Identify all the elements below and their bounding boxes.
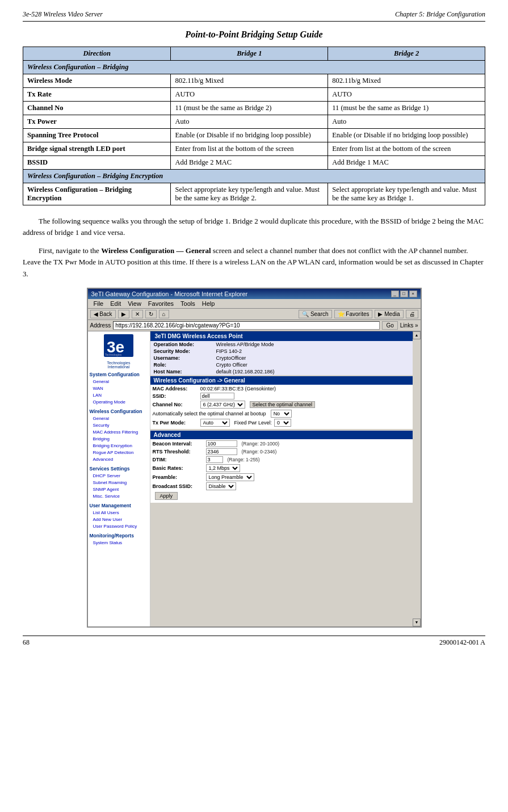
body-paragraph-1: The following sequence walks you through…: [23, 216, 485, 238]
auto-channel-select[interactable]: No Yes: [271, 410, 292, 418]
forward-button[interactable]: ▶: [118, 310, 129, 318]
sidebar-section-services: Services Settings DHCP Server Subnet Roa…: [90, 466, 148, 500]
menu-edit[interactable]: Edit: [107, 300, 124, 308]
sidebar-link-lan[interactable]: LAN: [90, 392, 148, 399]
scroll-track[interactable]: [413, 339, 421, 619]
table-header-row: Direction Bridge 1 Bridge 2: [23, 47, 485, 61]
body-text-part1: First, navigate to the: [39, 246, 101, 255]
search-button[interactable]: 🔍 Search: [299, 310, 331, 318]
sidebar-link-security[interactable]: Security: [90, 422, 148, 429]
browser-titlebar: 3eTI Gateway Configuration - Microsoft I…: [88, 289, 421, 299]
beacon-input[interactable]: [206, 440, 237, 447]
sidebar-link-system-status[interactable]: System Status: [90, 540, 148, 546]
dtim-input[interactable]: [206, 456, 223, 463]
basic-rates-row: Basic Rates: 1,2 Mbps: [153, 464, 410, 472]
header-right: Chapter 5: Bridge Configuration: [395, 10, 485, 19]
menu-view[interactable]: View: [124, 300, 145, 308]
txpwr-row: Tx Pwr Mode: Auto Manual Fixed Pwr Level…: [153, 419, 410, 427]
row-label: Wireless Configuration – Bridging Encryp…: [23, 183, 171, 205]
sidebar-link-wireless-general[interactable]: General: [90, 415, 148, 422]
go-button[interactable]: Go: [382, 321, 397, 330]
links-button[interactable]: Links »: [400, 322, 418, 329]
sidebar-link-bridging-enc[interactable]: Bridging Encryption: [90, 443, 148, 449]
menu-tools[interactable]: Tools: [177, 300, 199, 308]
preamble-select[interactable]: Long Preamble Short Preamble: [206, 473, 254, 481]
sidebar-link-bridging[interactable]: Bridging: [90, 436, 148, 443]
ap-info-row: Role: Crypto Officer: [150, 361, 413, 368]
role-value: Crypto Officer: [213, 361, 413, 368]
row-label: Tx Power: [23, 115, 171, 129]
table-row: Wireless Mode 802.11b/g Mixed 802.11b/g …: [23, 74, 485, 88]
sidebar-link-add-user[interactable]: Add New User: [90, 516, 148, 523]
scroll-up-button[interactable]: ▲: [413, 331, 421, 339]
table-body: Wireless Configuration – Bridging Wirele…: [23, 61, 485, 205]
menu-file[interactable]: File: [90, 300, 107, 308]
auto-channel-row: Automatically select the optimal channel…: [153, 410, 410, 418]
security-value: FIPS 140-2: [213, 348, 413, 355]
refresh-button[interactable]: ↻: [145, 310, 157, 318]
home-button[interactable]: ⌂: [159, 310, 169, 318]
basic-rates-select[interactable]: 1,2 Mbps: [206, 464, 240, 472]
sidebar-section-title-users: User Management: [90, 503, 148, 508]
txpwr-select[interactable]: Auto Manual: [200, 419, 230, 427]
sidebar-link-list-users[interactable]: List All Users: [90, 510, 148, 516]
sidebar-link-operating-mode[interactable]: Operating Mode: [90, 399, 148, 406]
channel-label: Channel No:: [153, 402, 198, 407]
table-row: BSSID Add Bridge 2 MAC Add Bridge 1 MAC: [23, 156, 485, 170]
security-label: Security Mode:: [150, 348, 213, 355]
close-button[interactable]: ×: [409, 291, 417, 297]
footer-bar: 68 29000142-001 A: [23, 636, 485, 647]
row-bridge2: Enter from list at the bottom of the scr…: [328, 142, 485, 156]
apply-button[interactable]: Apply: [155, 492, 178, 500]
menu-help[interactable]: Help: [199, 300, 219, 308]
address-input[interactable]: [113, 321, 380, 330]
browser-screenshot: 3eTI Gateway Configuration - Microsoft I…: [87, 288, 422, 628]
row-bridge1: Enter from list at the bottom of the scr…: [171, 142, 328, 156]
sidebar-link-password-policy[interactable]: User Password Policy: [90, 523, 148, 530]
channel-select[interactable]: 6 (2.437 GHz): [200, 401, 245, 409]
maximize-button[interactable]: □: [400, 291, 408, 297]
sidebar-section-title-system: System Configuration: [90, 372, 148, 377]
row-bridge2: Auto: [328, 115, 485, 129]
back-button[interactable]: ◀ Back: [90, 310, 116, 318]
minimize-button[interactable]: _: [391, 291, 399, 297]
scroll-down-button[interactable]: ▼: [413, 619, 421, 626]
favorites-button[interactable]: ⭐ Favorites: [334, 310, 373, 318]
browser-toolbar: ◀ Back ▶ ✕ ↻ ⌂ 🔍 Search ⭐ Favorites ▶ Me…: [88, 309, 421, 320]
fixed-pwr-select[interactable]: 0: [274, 419, 291, 427]
row-label: Spanning Tree Protocol: [23, 129, 171, 142]
sidebar-section-system: System Configuration General WAN LAN Ope…: [90, 372, 148, 406]
row-bridge2: Select appropriate key type/length and v…: [328, 183, 485, 205]
sidebar-link-advanced[interactable]: Advanced: [90, 456, 148, 463]
sidebar-link-dhcp[interactable]: DHCP Server: [90, 473, 148, 479]
page-title: Point-to-Point Bridging Setup Guide: [23, 30, 485, 40]
row-bridge2: 11 (must be the same as Bridge 1): [328, 102, 485, 115]
row-bridge1: Add Bridge 2 MAC: [171, 156, 328, 170]
ap-info-row: Security Mode: FIPS 140-2: [150, 348, 413, 355]
op-mode-label: Operation Mode:: [150, 341, 213, 348]
address-label: Address: [90, 322, 111, 329]
menu-favorites[interactable]: Favorites: [145, 300, 177, 308]
row-bridge2: AUTO: [328, 88, 485, 102]
sidebar-section-monitoring: Monitoring/Reports System Status: [90, 533, 148, 546]
media-button[interactable]: ▶ Media: [375, 310, 403, 318]
sidebar-section-title-services: Services Settings: [90, 466, 148, 472]
ssid-input[interactable]: [200, 393, 234, 399]
ap-info-row: Username: CryptoOfficer: [150, 355, 413, 361]
sidebar-link-misc[interactable]: Misc. Service: [90, 493, 148, 500]
sidebar-link-snmp[interactable]: SNMP Agent: [90, 486, 148, 493]
sidebar-section-users: User Management List All Users Add New U…: [90, 503, 148, 530]
print-button[interactable]: 🖨: [406, 310, 418, 318]
sidebar-link-mac-filtering[interactable]: MAC Address Filtering: [90, 429, 148, 436]
username-label: Username:: [150, 355, 213, 361]
sidebar-link-wan[interactable]: WAN: [90, 385, 148, 392]
sidebar-link-general[interactable]: General: [90, 378, 148, 385]
sidebar-link-subnet-roaming[interactable]: Subnet Roaming: [90, 479, 148, 486]
scrollbar-vertical[interactable]: ▲ ▼: [413, 331, 421, 626]
broadcast-ssid-select[interactable]: Disable Enable: [206, 482, 236, 490]
stop-button[interactable]: ✕: [132, 310, 143, 318]
rts-input[interactable]: [206, 448, 237, 455]
row-label: Wireless Mode: [23, 74, 171, 88]
sidebar-link-rogue-ap[interactable]: Rogue AP Detection: [90, 449, 148, 456]
select-optimal-channel-button[interactable]: Select the optimal channel: [250, 401, 316, 408]
